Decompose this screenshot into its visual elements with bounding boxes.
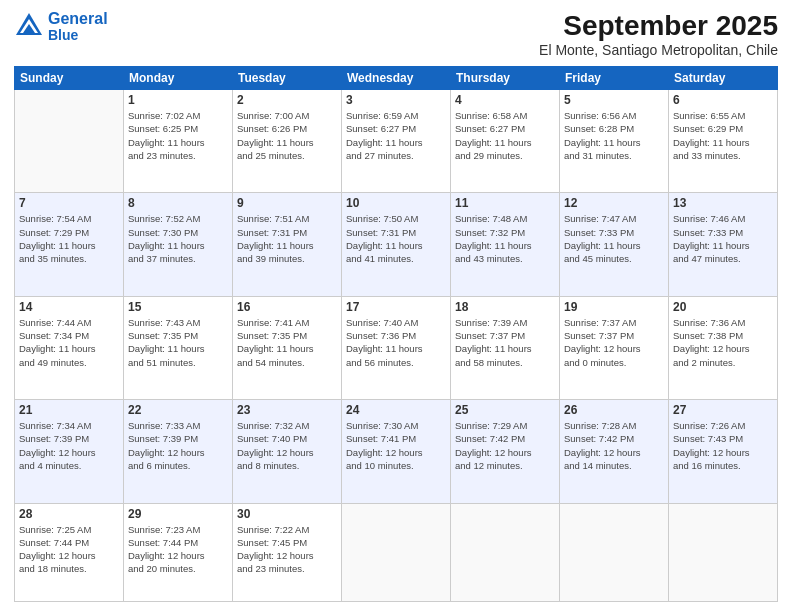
logo: General Blue bbox=[14, 10, 108, 43]
day-number: 29 bbox=[128, 507, 228, 521]
table-cell bbox=[451, 503, 560, 602]
table-cell: 13Sunrise: 7:46 AM Sunset: 7:33 PM Dayli… bbox=[669, 193, 778, 296]
day-info: Sunrise: 7:41 AM Sunset: 7:35 PM Dayligh… bbox=[237, 316, 337, 369]
day-number: 15 bbox=[128, 300, 228, 314]
table-cell: 24Sunrise: 7:30 AM Sunset: 7:41 PM Dayli… bbox=[342, 400, 451, 503]
day-number: 11 bbox=[455, 196, 555, 210]
day-info: Sunrise: 7:40 AM Sunset: 7:36 PM Dayligh… bbox=[346, 316, 446, 369]
day-info: Sunrise: 7:36 AM Sunset: 7:38 PM Dayligh… bbox=[673, 316, 773, 369]
day-info: Sunrise: 7:54 AM Sunset: 7:29 PM Dayligh… bbox=[19, 212, 119, 265]
day-number: 8 bbox=[128, 196, 228, 210]
day-info: Sunrise: 7:30 AM Sunset: 7:41 PM Dayligh… bbox=[346, 419, 446, 472]
day-info: Sunrise: 6:56 AM Sunset: 6:28 PM Dayligh… bbox=[564, 109, 664, 162]
day-info: Sunrise: 7:37 AM Sunset: 7:37 PM Dayligh… bbox=[564, 316, 664, 369]
day-number: 17 bbox=[346, 300, 446, 314]
day-number: 30 bbox=[237, 507, 337, 521]
day-info: Sunrise: 7:47 AM Sunset: 7:33 PM Dayligh… bbox=[564, 212, 664, 265]
day-number: 5 bbox=[564, 93, 664, 107]
table-cell: 22Sunrise: 7:33 AM Sunset: 7:39 PM Dayli… bbox=[124, 400, 233, 503]
day-number: 20 bbox=[673, 300, 773, 314]
table-cell: 5Sunrise: 6:56 AM Sunset: 6:28 PM Daylig… bbox=[560, 90, 669, 193]
day-number: 9 bbox=[237, 196, 337, 210]
table-cell: 28Sunrise: 7:25 AM Sunset: 7:44 PM Dayli… bbox=[15, 503, 124, 602]
table-cell: 29Sunrise: 7:23 AM Sunset: 7:44 PM Dayli… bbox=[124, 503, 233, 602]
day-number: 14 bbox=[19, 300, 119, 314]
table-cell: 25Sunrise: 7:29 AM Sunset: 7:42 PM Dayli… bbox=[451, 400, 560, 503]
day-number: 22 bbox=[128, 403, 228, 417]
month-title: September 2025 bbox=[539, 10, 778, 42]
day-number: 7 bbox=[19, 196, 119, 210]
location: El Monte, Santiago Metropolitan, Chile bbox=[539, 42, 778, 58]
day-number: 18 bbox=[455, 300, 555, 314]
col-wednesday: Wednesday bbox=[342, 67, 451, 90]
logo-icon bbox=[14, 11, 44, 41]
calendar-table: Sunday Monday Tuesday Wednesday Thursday… bbox=[14, 66, 778, 602]
col-thursday: Thursday bbox=[451, 67, 560, 90]
day-number: 6 bbox=[673, 93, 773, 107]
day-number: 4 bbox=[455, 93, 555, 107]
table-cell: 15Sunrise: 7:43 AM Sunset: 7:35 PM Dayli… bbox=[124, 296, 233, 399]
day-info: Sunrise: 7:29 AM Sunset: 7:42 PM Dayligh… bbox=[455, 419, 555, 472]
table-cell: 30Sunrise: 7:22 AM Sunset: 7:45 PM Dayli… bbox=[233, 503, 342, 602]
col-friday: Friday bbox=[560, 67, 669, 90]
table-cell: 8Sunrise: 7:52 AM Sunset: 7:30 PM Daylig… bbox=[124, 193, 233, 296]
title-block: September 2025 El Monte, Santiago Metrop… bbox=[539, 10, 778, 58]
day-number: 26 bbox=[564, 403, 664, 417]
day-number: 1 bbox=[128, 93, 228, 107]
table-cell: 20Sunrise: 7:36 AM Sunset: 7:38 PM Dayli… bbox=[669, 296, 778, 399]
day-info: Sunrise: 7:44 AM Sunset: 7:34 PM Dayligh… bbox=[19, 316, 119, 369]
calendar-header-row: Sunday Monday Tuesday Wednesday Thursday… bbox=[15, 67, 778, 90]
table-cell: 26Sunrise: 7:28 AM Sunset: 7:42 PM Dayli… bbox=[560, 400, 669, 503]
day-number: 25 bbox=[455, 403, 555, 417]
table-cell: 9Sunrise: 7:51 AM Sunset: 7:31 PM Daylig… bbox=[233, 193, 342, 296]
day-info: Sunrise: 6:55 AM Sunset: 6:29 PM Dayligh… bbox=[673, 109, 773, 162]
col-saturday: Saturday bbox=[669, 67, 778, 90]
table-cell: 19Sunrise: 7:37 AM Sunset: 7:37 PM Dayli… bbox=[560, 296, 669, 399]
table-cell: 17Sunrise: 7:40 AM Sunset: 7:36 PM Dayli… bbox=[342, 296, 451, 399]
table-cell: 10Sunrise: 7:50 AM Sunset: 7:31 PM Dayli… bbox=[342, 193, 451, 296]
day-info: Sunrise: 7:00 AM Sunset: 6:26 PM Dayligh… bbox=[237, 109, 337, 162]
table-cell bbox=[15, 90, 124, 193]
day-info: Sunrise: 7:28 AM Sunset: 7:42 PM Dayligh… bbox=[564, 419, 664, 472]
table-cell: 16Sunrise: 7:41 AM Sunset: 7:35 PM Dayli… bbox=[233, 296, 342, 399]
header: General Blue September 2025 El Monte, Sa… bbox=[14, 10, 778, 58]
day-number: 10 bbox=[346, 196, 446, 210]
day-info: Sunrise: 7:48 AM Sunset: 7:32 PM Dayligh… bbox=[455, 212, 555, 265]
day-info: Sunrise: 7:34 AM Sunset: 7:39 PM Dayligh… bbox=[19, 419, 119, 472]
table-cell bbox=[669, 503, 778, 602]
day-number: 28 bbox=[19, 507, 119, 521]
day-info: Sunrise: 7:39 AM Sunset: 7:37 PM Dayligh… bbox=[455, 316, 555, 369]
calendar-row: 14Sunrise: 7:44 AM Sunset: 7:34 PM Dayli… bbox=[15, 296, 778, 399]
calendar-row: 1Sunrise: 7:02 AM Sunset: 6:25 PM Daylig… bbox=[15, 90, 778, 193]
day-info: Sunrise: 7:51 AM Sunset: 7:31 PM Dayligh… bbox=[237, 212, 337, 265]
table-cell: 6Sunrise: 6:55 AM Sunset: 6:29 PM Daylig… bbox=[669, 90, 778, 193]
col-sunday: Sunday bbox=[15, 67, 124, 90]
day-info: Sunrise: 7:43 AM Sunset: 7:35 PM Dayligh… bbox=[128, 316, 228, 369]
table-cell: 23Sunrise: 7:32 AM Sunset: 7:40 PM Dayli… bbox=[233, 400, 342, 503]
table-cell: 14Sunrise: 7:44 AM Sunset: 7:34 PM Dayli… bbox=[15, 296, 124, 399]
calendar-row: 7Sunrise: 7:54 AM Sunset: 7:29 PM Daylig… bbox=[15, 193, 778, 296]
table-cell: 1Sunrise: 7:02 AM Sunset: 6:25 PM Daylig… bbox=[124, 90, 233, 193]
page: General Blue September 2025 El Monte, Sa… bbox=[0, 0, 792, 612]
day-info: Sunrise: 7:26 AM Sunset: 7:43 PM Dayligh… bbox=[673, 419, 773, 472]
table-cell: 27Sunrise: 7:26 AM Sunset: 7:43 PM Dayli… bbox=[669, 400, 778, 503]
table-cell: 2Sunrise: 7:00 AM Sunset: 6:26 PM Daylig… bbox=[233, 90, 342, 193]
table-cell bbox=[560, 503, 669, 602]
day-number: 21 bbox=[19, 403, 119, 417]
table-cell: 11Sunrise: 7:48 AM Sunset: 7:32 PM Dayli… bbox=[451, 193, 560, 296]
day-number: 2 bbox=[237, 93, 337, 107]
day-number: 23 bbox=[237, 403, 337, 417]
col-tuesday: Tuesday bbox=[233, 67, 342, 90]
day-number: 16 bbox=[237, 300, 337, 314]
col-monday: Monday bbox=[124, 67, 233, 90]
day-info: Sunrise: 6:58 AM Sunset: 6:27 PM Dayligh… bbox=[455, 109, 555, 162]
day-number: 3 bbox=[346, 93, 446, 107]
table-cell: 7Sunrise: 7:54 AM Sunset: 7:29 PM Daylig… bbox=[15, 193, 124, 296]
day-number: 12 bbox=[564, 196, 664, 210]
day-info: Sunrise: 7:52 AM Sunset: 7:30 PM Dayligh… bbox=[128, 212, 228, 265]
day-info: Sunrise: 7:46 AM Sunset: 7:33 PM Dayligh… bbox=[673, 212, 773, 265]
logo-text: General Blue bbox=[48, 10, 108, 43]
table-cell: 4Sunrise: 6:58 AM Sunset: 6:27 PM Daylig… bbox=[451, 90, 560, 193]
day-info: Sunrise: 7:02 AM Sunset: 6:25 PM Dayligh… bbox=[128, 109, 228, 162]
day-number: 27 bbox=[673, 403, 773, 417]
